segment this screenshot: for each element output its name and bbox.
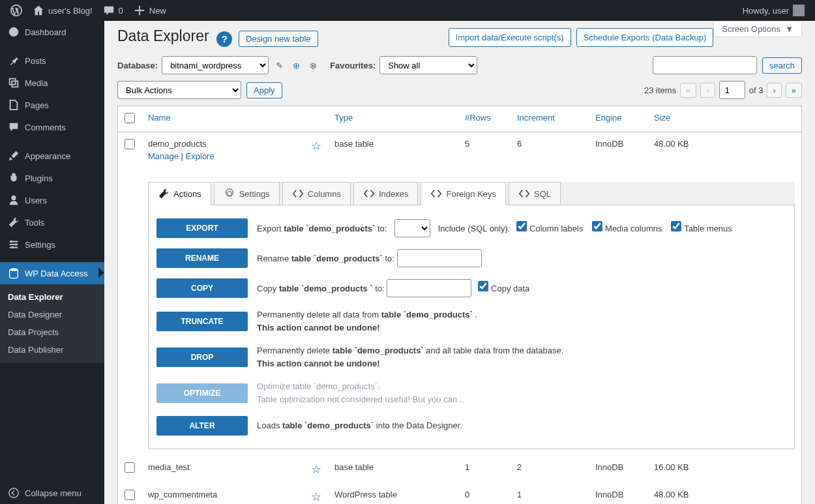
media-columns-checkbox[interactable] <box>592 221 602 231</box>
page-title: Data Explorer <box>117 27 209 45</box>
submenu-data-projects[interactable]: Data Projects <box>0 323 104 341</box>
screen-options-button[interactable]: Screen Options ▼ <box>713 21 802 37</box>
manage-link[interactable]: Manage <box>148 151 179 161</box>
column-labels-checkbox[interactable] <box>516 221 527 231</box>
favourites-select[interactable]: Show all <box>379 56 477 74</box>
svg-point-1 <box>15 243 18 246</box>
admin-bar: user's Blog! 0 New Howdy, user <box>0 0 815 21</box>
plug-icon <box>8 172 20 184</box>
code-icon <box>292 188 304 200</box>
database-label: Database: <box>117 61 158 70</box>
sidebar-item-tools[interactable]: Tools <box>0 211 104 233</box>
sidebar-item-dashboard[interactable]: Dashboard <box>0 21 104 43</box>
export-format-select[interactable]: SQL <box>394 219 430 237</box>
tab-foreign-keys[interactable]: Foreign Keys <box>421 182 506 205</box>
col-name[interactable]: Name <box>148 113 171 123</box>
database-select[interactable]: bitnami_wordpress <box>162 56 269 74</box>
tab-sql[interactable]: SQL <box>509 182 561 205</box>
col-rows[interactable]: #Rows <box>465 113 491 123</box>
sidebar-item-wp-data-access[interactable]: WP Data Access <box>0 262 104 284</box>
search-input[interactable] <box>653 56 757 74</box>
table-row: demo_products Manage | Explore ☆ base ta… <box>118 132 802 168</box>
col-size[interactable]: Size <box>654 113 670 123</box>
edit-icon[interactable]: ✎ <box>273 59 286 72</box>
favourite-icon[interactable]: ☆ <box>311 140 321 153</box>
pager-of: of 3 <box>749 85 763 95</box>
add-db-icon[interactable]: ⊕ <box>289 59 303 72</box>
site-link[interactable]: user's Blog! <box>27 0 98 21</box>
tab-indexes[interactable]: Indexes <box>353 182 419 205</box>
col-engine[interactable]: Engine <box>595 113 621 123</box>
collapse-menu[interactable]: Collapse menu <box>0 482 104 504</box>
submenu-data-publisher[interactable]: Data Publisher <box>0 341 104 359</box>
export-button[interactable]: EXPORT <box>156 218 248 238</box>
remove-db-icon[interactable]: ⊗ <box>306 59 319 72</box>
pager-prev[interactable]: ‹ <box>700 83 715 98</box>
select-all-checkbox[interactable] <box>125 113 135 123</box>
pager-first[interactable]: « <box>680 83 696 98</box>
submenu-data-explorer[interactable]: Data Explorer <box>0 288 104 306</box>
favourite-icon[interactable]: ☆ <box>311 490 321 503</box>
rename-button[interactable]: RENAME <box>156 248 248 268</box>
table-row: wp_commentmeta ☆ WordPress table 0 1 Inn… <box>118 483 802 504</box>
sidebar-item-pages[interactable]: Pages <box>0 94 104 116</box>
new-link[interactable]: New <box>128 0 171 21</box>
copy-button[interactable]: COPY <box>156 278 248 298</box>
howdy-link[interactable]: Howdy, user <box>737 0 810 21</box>
comment-icon <box>8 121 20 133</box>
design-new-table-button[interactable]: Design new table <box>239 31 318 47</box>
drop-button[interactable]: DROP <box>156 348 248 367</box>
svg-point-4 <box>9 488 18 497</box>
comments-link[interactable]: 0 <box>98 0 128 21</box>
copy-input[interactable] <box>387 279 471 297</box>
sidebar-item-media[interactable]: Media <box>0 72 104 94</box>
database-icon <box>8 267 20 279</box>
sidebar-item-users[interactable]: Users <box>0 189 104 211</box>
apply-button[interactable]: Apply <box>246 82 282 98</box>
pager-last[interactable]: » <box>786 83 802 98</box>
help-icon[interactable]: ? <box>216 31 232 47</box>
search-button[interactable]: search <box>762 57 802 74</box>
submenu-data-designer[interactable]: Data Designer <box>0 306 104 323</box>
row-checkbox[interactable] <box>125 462 135 473</box>
col-increment[interactable]: Increment <box>517 113 555 123</box>
comments-count: 0 <box>119 6 123 16</box>
copy-data-checkbox[interactable] <box>478 281 488 291</box>
actions-panel: EXPORT Export table `demo_products` to: … <box>148 205 795 449</box>
gear-icon <box>224 188 235 200</box>
table-menus-checkbox[interactable] <box>671 221 681 231</box>
row-checkbox[interactable] <box>125 139 135 149</box>
rename-input[interactable] <box>397 249 482 267</box>
wrench-icon <box>158 188 170 200</box>
optimize-button[interactable]: OPTIMIZE <box>156 383 248 403</box>
tab-columns[interactable]: Columns <box>282 182 351 205</box>
svg-point-0 <box>10 241 13 243</box>
alter-button[interactable]: ALTER <box>156 416 248 436</box>
truncate-button[interactable]: TRUNCATE <box>156 312 248 331</box>
content-area: Screen Options ▼ Data Explorer ? Design … <box>104 21 815 504</box>
pager-page-input[interactable] <box>719 81 745 99</box>
tab-actions[interactable]: Actions <box>148 182 211 205</box>
sliders-icon <box>8 239 20 250</box>
sidebar-item-comments[interactable]: Comments <box>0 116 104 138</box>
table-row: media_test ☆ base table 1 2 InnoDB 16.00… <box>118 456 802 483</box>
favourite-icon[interactable]: ☆ <box>311 463 321 476</box>
pager-next[interactable]: › <box>767 83 781 98</box>
favourites-label: Favourites: <box>330 61 376 70</box>
bulk-actions-select[interactable]: Bulk Actions <box>117 81 241 99</box>
row-checkbox[interactable] <box>125 490 135 500</box>
table-name: media_test <box>148 462 190 472</box>
code-icon <box>430 188 442 200</box>
new-label: New <box>149 6 166 16</box>
col-type[interactable]: Type <box>334 113 353 123</box>
table-name: demo_products <box>148 139 207 149</box>
sidebar-item-appearance[interactable]: Appearance <box>0 145 104 167</box>
sidebar-item-posts[interactable]: Posts <box>0 50 104 72</box>
wp-logo[interactable] <box>5 0 27 21</box>
schedule-exports-button[interactable]: Schedule Exports (Data Backup) <box>576 28 714 47</box>
sidebar-item-plugins[interactable]: Plugins <box>0 167 104 189</box>
import-button[interactable]: Import data/Execute script(s) <box>449 28 571 47</box>
tab-settings[interactable]: Settings <box>214 182 280 205</box>
sidebar-item-settings[interactable]: Settings <box>0 233 104 256</box>
explore-link[interactable]: Explore <box>186 151 215 161</box>
